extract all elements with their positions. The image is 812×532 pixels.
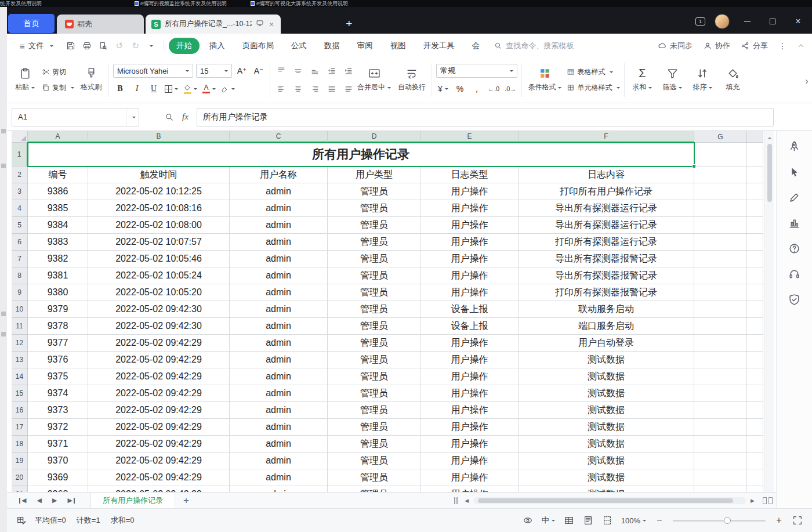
table-cell[interactable] — [747, 251, 763, 267]
table-cell[interactable]: 2022-05-02 09:42:29 — [88, 486, 230, 492]
horizontal-scrollbar[interactable] — [473, 497, 746, 504]
table-cell[interactable]: 用户操作 — [421, 200, 519, 217]
table-cell[interactable] — [694, 234, 747, 251]
increase-decimal-button[interactable]: ←.0 — [487, 82, 501, 96]
table-cell[interactable]: 管理员 — [328, 385, 421, 402]
font-family-select[interactable]: Microsoft Yahei — [113, 64, 193, 78]
table-cell[interactable]: 管理员 — [328, 284, 421, 301]
print-icon[interactable] — [82, 41, 92, 50]
table-cell[interactable] — [694, 335, 747, 352]
eye-protection-icon[interactable] — [523, 515, 533, 526]
sheet-edit-icon[interactable] — [16, 515, 27, 526]
table-cell[interactable]: 管理员 — [328, 469, 421, 486]
table-cell[interactable] — [747, 267, 763, 284]
table-cell[interactable] — [747, 469, 763, 486]
table-cell[interactable]: 日志类型 — [421, 167, 519, 183]
table-cell[interactable]: 2022-05-02 09:42:29 — [88, 402, 230, 419]
column-header-G[interactable]: G — [694, 131, 747, 143]
tab-document[interactable]: S 所有用户操作记录_...-10-12-26 × — [146, 15, 281, 34]
font-size-select[interactable]: 15 — [196, 64, 232, 78]
filter-button[interactable]: 筛选 — [659, 61, 686, 99]
decrease-font-button[interactable]: A⁻ — [252, 64, 266, 78]
first-sheet-button[interactable]: ◀ — [14, 498, 31, 504]
justify-button[interactable] — [325, 82, 339, 96]
table-cell[interactable]: 9369 — [28, 469, 88, 486]
vertical-scroll-thumb[interactable] — [767, 144, 772, 202]
table-cell[interactable]: 用户操作 — [421, 267, 519, 284]
row-header-20[interactable]: 20 — [12, 469, 28, 486]
table-cell[interactable]: 用户操作 — [421, 234, 519, 251]
row-header-1[interactable]: 1 — [12, 143, 28, 167]
table-cell[interactable]: 用户自动登录 — [519, 335, 694, 352]
table-cell[interactable]: 9374 — [28, 385, 88, 402]
table-cell[interactable]: 管理员 — [328, 183, 421, 200]
currency-format-button[interactable]: ¥ — [436, 82, 450, 96]
table-cell[interactable]: 触发时间 — [88, 167, 230, 183]
table-cell[interactable]: 管理员 — [328, 352, 421, 368]
table-cell[interactable]: 2022-05-02 09:42:29 — [88, 352, 230, 368]
table-cell[interactable]: 2022-05-02 10:05:24 — [88, 267, 230, 284]
table-cell[interactable] — [694, 352, 747, 368]
table-cell[interactable]: 9384 — [28, 217, 88, 234]
row-header-4[interactable]: 4 — [12, 200, 28, 217]
table-cell[interactable]: 管理员 — [328, 486, 421, 492]
ribbon-overflow-chevron[interactable]: › — [803, 74, 811, 88]
row-header-19[interactable]: 19 — [12, 453, 28, 469]
table-cell[interactable]: 2022-05-02 09:42:29 — [88, 453, 230, 469]
table-cell[interactable]: admin — [230, 183, 328, 200]
command-search[interactable]: 查找命令、搜索模板 — [494, 41, 574, 51]
column-header-A[interactable]: A — [28, 131, 88, 143]
column-header-D[interactable]: D — [328, 131, 421, 143]
row-header-15[interactable]: 15 — [12, 385, 28, 402]
table-cell[interactable]: 9381 — [28, 267, 88, 284]
ribbon-tab-2[interactable]: 页面布局 — [235, 38, 281, 54]
table-cell[interactable] — [747, 183, 763, 200]
table-cell[interactable] — [694, 301, 747, 318]
table-cell[interactable]: 用户操作 — [421, 486, 519, 492]
table-cell[interactable]: admin — [230, 352, 328, 368]
normal-view-icon[interactable] — [564, 515, 574, 526]
distributed-button[interactable] — [342, 82, 356, 96]
row-header-9[interactable]: 9 — [12, 284, 28, 301]
language-mode-button[interactable]: 中 — [542, 515, 555, 526]
table-cell[interactable] — [694, 183, 747, 200]
table-cell[interactable] — [747, 453, 763, 469]
table-cell[interactable]: 9378 — [28, 318, 88, 335]
table-style-button[interactable]: 表格样式 — [567, 67, 620, 77]
table-cell[interactable]: 2022-05-02 10:08:00 — [88, 217, 230, 234]
table-cell[interactable] — [694, 284, 747, 301]
window-count-badge[interactable]: 1 — [695, 17, 705, 26]
pointer-icon[interactable] — [783, 160, 806, 183]
table-cell[interactable]: admin — [230, 469, 328, 486]
table-cell[interactable]: 管理员 — [328, 335, 421, 352]
table-cell[interactable] — [694, 436, 747, 453]
table-cell[interactable]: 2022-05-02 10:08:16 — [88, 200, 230, 217]
merge-center-button[interactable]: 合并居中 — [356, 61, 393, 99]
table-cell[interactable]: 设备上报 — [421, 301, 519, 318]
row-header-8[interactable]: 8 — [12, 267, 28, 284]
table-cell[interactable]: 日志内容 — [519, 167, 694, 183]
table-cell[interactable] — [694, 486, 747, 492]
table-cell[interactable]: 管理员 — [328, 453, 421, 469]
more-options-icon[interactable]: ⋮ — [778, 41, 786, 50]
page-break-view-icon[interactable] — [602, 515, 612, 526]
table-cell[interactable]: 9377 — [28, 335, 88, 352]
table-cell[interactable]: 9373 — [28, 402, 88, 419]
table-cell[interactable]: 2022-05-02 10:12:25 — [88, 183, 230, 200]
table-cell[interactable]: 管理员 — [328, 402, 421, 419]
scroll-up-arrow-icon[interactable] — [767, 135, 772, 139]
table-cell[interactable]: admin — [230, 284, 328, 301]
table-cell[interactable]: 2022-05-02 09:42:30 — [88, 301, 230, 318]
table-cell[interactable] — [694, 368, 747, 385]
column-header-F[interactable]: F — [519, 131, 694, 143]
hscroll-right-arrow-icon[interactable]: ▶ — [751, 498, 755, 504]
table-cell[interactable]: 管理员 — [328, 200, 421, 217]
table-cell[interactable]: 用户操作 — [421, 335, 519, 352]
table-cell[interactable] — [694, 453, 747, 469]
increase-font-button[interactable]: A⁺ — [235, 64, 249, 78]
increase-indent-button[interactable] — [342, 64, 356, 78]
table-cell[interactable]: admin — [230, 486, 328, 492]
table-cell[interactable]: 2022-05-02 09:42:29 — [88, 368, 230, 385]
align-top-button[interactable] — [274, 64, 288, 78]
table-cell[interactable]: 用户操作 — [421, 368, 519, 385]
